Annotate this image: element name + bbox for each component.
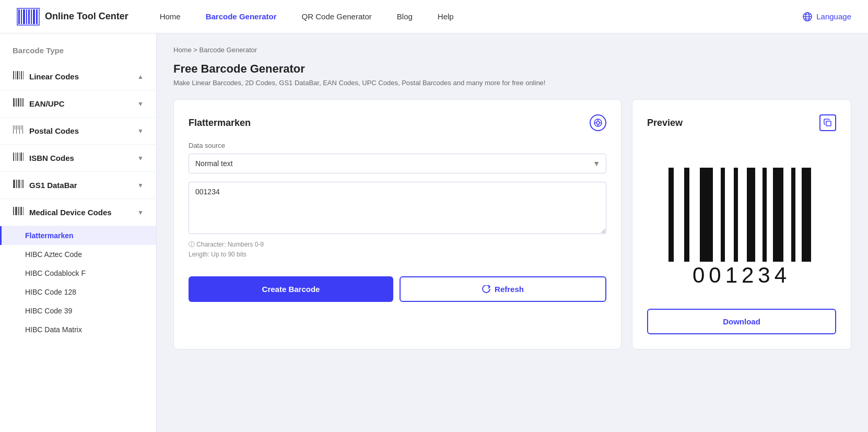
main-layout: Barcode Type Linear Codes	[0, 33, 868, 432]
medical-device-codes-label: Medical Device Codes	[29, 208, 112, 217]
svg-rect-59	[734, 168, 738, 262]
gs1-databar-icon	[13, 178, 24, 192]
gs1-databar-chevron: ▼	[137, 182, 144, 189]
barcode-preview: 001234	[647, 142, 836, 309]
svg-rect-63	[791, 168, 795, 262]
svg-rect-45	[18, 207, 19, 215]
hint-line2: Length: Up to 90 bits	[189, 250, 606, 260]
isbn-codes-label: ISBN Codes	[29, 154, 74, 162]
sidebar-item-hibc-code-128[interactable]: HIBC Code 128	[0, 283, 156, 301]
logo-icon	[17, 5, 40, 28]
data-source-select-wrapper: Normal text Hex data Base64 data ▼	[189, 154, 606, 173]
create-barcode-button[interactable]: Create Barcode	[189, 276, 393, 302]
sidebar-section-medical-device-codes: Medical Device Codes ▼	[0, 199, 156, 226]
svg-rect-40	[18, 180, 20, 188]
sidebar-section-header-ean-upc[interactable]: EAN/UPC ▼	[0, 90, 156, 117]
copy-button[interactable]	[819, 114, 836, 131]
logo[interactable]: Online Tool Center	[17, 5, 128, 28]
svg-rect-38	[13, 180, 15, 188]
sidebar-section-header-gs1-databar[interactable]: GS1 DataBar ▼	[0, 172, 156, 199]
language-selector[interactable]: Language	[803, 12, 851, 21]
svg-rect-37	[23, 153, 24, 161]
svg-rect-29	[19, 125, 20, 134]
svg-rect-14	[13, 71, 14, 79]
button-row: Create Barcode Refresh	[189, 276, 606, 302]
sidebar-title: Barcode Type	[0, 42, 156, 63]
sidebar-item-hibc-code-39[interactable]: HIBC Code 39	[0, 301, 156, 320]
svg-rect-39	[16, 180, 17, 188]
sidebar-section-gs1-databar: GS1 DataBar ▼	[0, 172, 156, 199]
sidebar-section-ean-upc: EAN/UPC ▼	[0, 90, 156, 118]
svg-rect-33	[15, 153, 16, 161]
svg-rect-26	[15, 125, 15, 130]
svg-rect-18	[21, 71, 22, 79]
medical-device-codes-chevron: ▼	[137, 209, 144, 216]
svg-rect-6	[33, 9, 35, 24]
svg-rect-43	[13, 207, 14, 215]
medical-device-codes-icon	[13, 205, 24, 219]
barcode-image: 001234	[658, 152, 825, 298]
globe-icon	[803, 12, 812, 21]
nav-barcode-generator[interactable]: Barcode Generator	[206, 12, 277, 21]
postal-codes-icon	[13, 124, 24, 138]
ean-upc-label: EAN/UPC	[29, 99, 65, 108]
target-icon	[594, 119, 602, 127]
hint-line1: ⓘ Character: Numbers 0-9	[189, 240, 606, 250]
right-panel-header: Preview	[647, 114, 836, 131]
page-title: Free Barcode Generator	[173, 62, 851, 76]
breadcrumb-separator: >	[193, 46, 199, 54]
sidebar-item-hibc-aztec-code[interactable]: HIBC Aztec Code	[0, 245, 156, 264]
sidebar-section-postal-codes: Postal Codes ▼	[0, 118, 156, 145]
svg-rect-27	[16, 125, 17, 134]
sidebar-section-header-isbn-codes[interactable]: ISBN Codes ▼	[0, 145, 156, 171]
sidebar-item-flattermarken[interactable]: Flattermarken	[0, 226, 156, 245]
barcode-data-textarea[interactable]: 001234	[189, 182, 606, 234]
nav-home[interactable]: Home	[160, 12, 181, 21]
nav-help[interactable]: Help	[438, 12, 454, 21]
gs1-databar-label: GS1 DataBar	[29, 181, 77, 190]
sidebar-section-header-postal-codes[interactable]: Postal Codes ▼	[0, 118, 156, 144]
breadcrumb: Home > Barcode Generator	[173, 46, 851, 54]
nav-qr-code-generator[interactable]: QR Code Generator	[302, 12, 372, 21]
download-button[interactable]: Download	[647, 309, 836, 334]
sidebar-section-header-medical-device-codes[interactable]: Medical Device Codes ▼	[0, 199, 156, 226]
left-panel-title: Flattermarken	[189, 118, 251, 129]
svg-rect-41	[21, 180, 21, 188]
svg-rect-54	[826, 121, 831, 126]
settings-icon-btn[interactable]	[590, 114, 606, 131]
header: Online Tool Center Home Barcode Generato…	[0, 0, 868, 33]
svg-rect-56	[684, 168, 689, 262]
svg-rect-61	[763, 168, 767, 262]
isbn-codes-chevron: ▼	[137, 155, 144, 162]
nav-blog[interactable]: Blog	[397, 12, 413, 21]
sidebar: Barcode Type Linear Codes	[0, 33, 157, 432]
svg-rect-4	[28, 9, 30, 24]
linear-codes-icon	[13, 69, 24, 84]
breadcrumb-current: Barcode Generator	[200, 46, 257, 54]
svg-rect-55	[668, 168, 674, 262]
svg-rect-22	[18, 98, 19, 107]
linear-codes-chevron: ▲	[137, 73, 144, 80]
svg-rect-1	[21, 9, 22, 24]
svg-rect-3	[26, 9, 27, 24]
right-panel: Preview	[632, 99, 851, 349]
svg-rect-44	[15, 207, 17, 215]
svg-point-49	[596, 121, 600, 124]
svg-rect-21	[16, 98, 17, 107]
refresh-button[interactable]: Refresh	[400, 276, 606, 302]
breadcrumb-home[interactable]: Home	[173, 46, 192, 54]
logo-text: Online Tool Center	[45, 11, 128, 22]
sidebar-section-header-linear-codes[interactable]: Linear Codes ▲	[0, 63, 156, 90]
sidebar-item-hibc-codablock-f[interactable]: HIBC Codablock F	[0, 264, 156, 283]
svg-text:001234: 001234	[693, 263, 791, 287]
svg-rect-58	[721, 168, 725, 262]
svg-rect-36	[20, 153, 22, 161]
data-source-select[interactable]: Normal text Hex data Base64 data	[189, 154, 606, 173]
sidebar-item-hibc-data-matrix[interactable]: HIBC Data Matrix	[0, 320, 156, 339]
right-panel-title: Preview	[647, 118, 683, 129]
ean-upc-icon	[13, 97, 24, 111]
refresh-icon	[482, 285, 490, 294]
sidebar-section-linear-codes: Linear Codes ▲	[0, 63, 156, 90]
isbn-codes-icon	[13, 151, 24, 165]
svg-rect-24	[22, 98, 24, 107]
